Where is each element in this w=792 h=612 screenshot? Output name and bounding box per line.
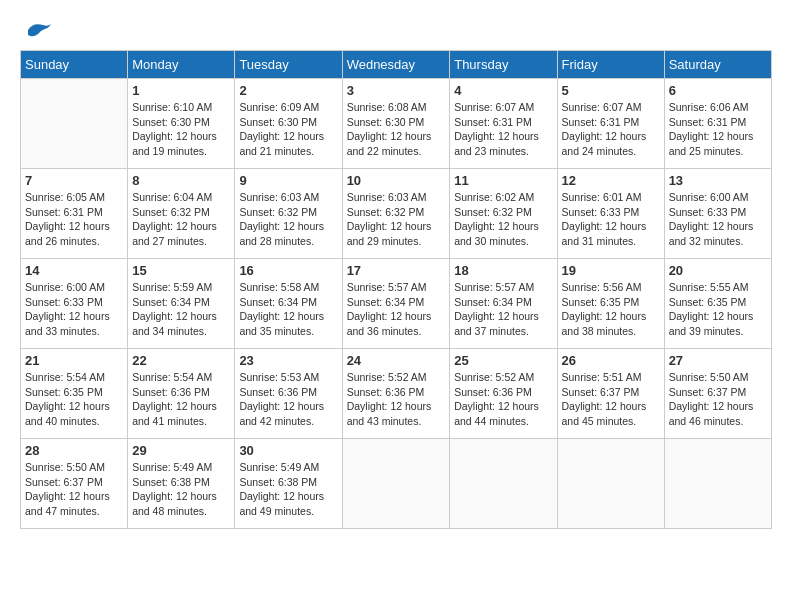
- day-info: Sunrise: 6:09 AM Sunset: 6:30 PM Dayligh…: [239, 100, 337, 159]
- calendar-cell: 16Sunrise: 5:58 AM Sunset: 6:34 PM Dayli…: [235, 259, 342, 349]
- calendar-header-saturday: Saturday: [664, 51, 771, 79]
- day-number: 4: [454, 83, 552, 98]
- calendar-week-row: 7Sunrise: 6:05 AM Sunset: 6:31 PM Daylig…: [21, 169, 772, 259]
- day-info: Sunrise: 5:51 AM Sunset: 6:37 PM Dayligh…: [562, 370, 660, 429]
- day-number: 6: [669, 83, 767, 98]
- day-number: 29: [132, 443, 230, 458]
- calendar-header-friday: Friday: [557, 51, 664, 79]
- calendar-cell: 17Sunrise: 5:57 AM Sunset: 6:34 PM Dayli…: [342, 259, 450, 349]
- logo: [20, 20, 53, 40]
- day-number: 9: [239, 173, 337, 188]
- day-info: Sunrise: 6:10 AM Sunset: 6:30 PM Dayligh…: [132, 100, 230, 159]
- day-number: 3: [347, 83, 446, 98]
- day-number: 27: [669, 353, 767, 368]
- calendar-cell: 5Sunrise: 6:07 AM Sunset: 6:31 PM Daylig…: [557, 79, 664, 169]
- calendar-cell: 13Sunrise: 6:00 AM Sunset: 6:33 PM Dayli…: [664, 169, 771, 259]
- calendar-cell: [342, 439, 450, 529]
- day-info: Sunrise: 5:49 AM Sunset: 6:38 PM Dayligh…: [239, 460, 337, 519]
- day-number: 14: [25, 263, 123, 278]
- day-info: Sunrise: 6:00 AM Sunset: 6:33 PM Dayligh…: [669, 190, 767, 249]
- calendar-table: SundayMondayTuesdayWednesdayThursdayFrid…: [20, 50, 772, 529]
- day-info: Sunrise: 5:49 AM Sunset: 6:38 PM Dayligh…: [132, 460, 230, 519]
- day-info: Sunrise: 6:03 AM Sunset: 6:32 PM Dayligh…: [239, 190, 337, 249]
- calendar-cell: 25Sunrise: 5:52 AM Sunset: 6:36 PM Dayli…: [450, 349, 557, 439]
- day-number: 7: [25, 173, 123, 188]
- calendar-week-row: 1Sunrise: 6:10 AM Sunset: 6:30 PM Daylig…: [21, 79, 772, 169]
- calendar-cell: [557, 439, 664, 529]
- calendar-cell: 19Sunrise: 5:56 AM Sunset: 6:35 PM Dayli…: [557, 259, 664, 349]
- calendar-header-thursday: Thursday: [450, 51, 557, 79]
- calendar-header-tuesday: Tuesday: [235, 51, 342, 79]
- day-number: 1: [132, 83, 230, 98]
- calendar-cell: 15Sunrise: 5:59 AM Sunset: 6:34 PM Dayli…: [128, 259, 235, 349]
- calendar-cell: 24Sunrise: 5:52 AM Sunset: 6:36 PM Dayli…: [342, 349, 450, 439]
- day-info: Sunrise: 6:07 AM Sunset: 6:31 PM Dayligh…: [562, 100, 660, 159]
- day-number: 2: [239, 83, 337, 98]
- day-number: 12: [562, 173, 660, 188]
- day-info: Sunrise: 6:07 AM Sunset: 6:31 PM Dayligh…: [454, 100, 552, 159]
- day-number: 25: [454, 353, 552, 368]
- calendar-cell: 2Sunrise: 6:09 AM Sunset: 6:30 PM Daylig…: [235, 79, 342, 169]
- day-info: Sunrise: 6:02 AM Sunset: 6:32 PM Dayligh…: [454, 190, 552, 249]
- day-info: Sunrise: 5:58 AM Sunset: 6:34 PM Dayligh…: [239, 280, 337, 339]
- day-info: Sunrise: 5:50 AM Sunset: 6:37 PM Dayligh…: [669, 370, 767, 429]
- day-info: Sunrise: 5:56 AM Sunset: 6:35 PM Dayligh…: [562, 280, 660, 339]
- calendar-cell: 26Sunrise: 5:51 AM Sunset: 6:37 PM Dayli…: [557, 349, 664, 439]
- calendar-week-row: 21Sunrise: 5:54 AM Sunset: 6:35 PM Dayli…: [21, 349, 772, 439]
- calendar-cell: 30Sunrise: 5:49 AM Sunset: 6:38 PM Dayli…: [235, 439, 342, 529]
- calendar-cell: [664, 439, 771, 529]
- day-info: Sunrise: 6:05 AM Sunset: 6:31 PM Dayligh…: [25, 190, 123, 249]
- day-info: Sunrise: 6:01 AM Sunset: 6:33 PM Dayligh…: [562, 190, 660, 249]
- calendar-week-row: 28Sunrise: 5:50 AM Sunset: 6:37 PM Dayli…: [21, 439, 772, 529]
- day-info: Sunrise: 5:59 AM Sunset: 6:34 PM Dayligh…: [132, 280, 230, 339]
- calendar-cell: 29Sunrise: 5:49 AM Sunset: 6:38 PM Dayli…: [128, 439, 235, 529]
- day-number: 18: [454, 263, 552, 278]
- calendar-cell: 20Sunrise: 5:55 AM Sunset: 6:35 PM Dayli…: [664, 259, 771, 349]
- day-info: Sunrise: 6:03 AM Sunset: 6:32 PM Dayligh…: [347, 190, 446, 249]
- day-number: 22: [132, 353, 230, 368]
- day-number: 21: [25, 353, 123, 368]
- calendar-cell: [450, 439, 557, 529]
- day-info: Sunrise: 6:04 AM Sunset: 6:32 PM Dayligh…: [132, 190, 230, 249]
- calendar-cell: 12Sunrise: 6:01 AM Sunset: 6:33 PM Dayli…: [557, 169, 664, 259]
- calendar-header-row: SundayMondayTuesdayWednesdayThursdayFrid…: [21, 51, 772, 79]
- day-info: Sunrise: 5:57 AM Sunset: 6:34 PM Dayligh…: [454, 280, 552, 339]
- calendar-cell: 22Sunrise: 5:54 AM Sunset: 6:36 PM Dayli…: [128, 349, 235, 439]
- day-number: 28: [25, 443, 123, 458]
- day-number: 8: [132, 173, 230, 188]
- calendar-cell: 9Sunrise: 6:03 AM Sunset: 6:32 PM Daylig…: [235, 169, 342, 259]
- day-number: 10: [347, 173, 446, 188]
- day-number: 16: [239, 263, 337, 278]
- calendar-cell: 11Sunrise: 6:02 AM Sunset: 6:32 PM Dayli…: [450, 169, 557, 259]
- day-info: Sunrise: 5:54 AM Sunset: 6:35 PM Dayligh…: [25, 370, 123, 429]
- day-number: 19: [562, 263, 660, 278]
- calendar-cell: 21Sunrise: 5:54 AM Sunset: 6:35 PM Dayli…: [21, 349, 128, 439]
- day-number: 26: [562, 353, 660, 368]
- day-number: 30: [239, 443, 337, 458]
- day-number: 15: [132, 263, 230, 278]
- calendar-cell: 18Sunrise: 5:57 AM Sunset: 6:34 PM Dayli…: [450, 259, 557, 349]
- calendar-cell: 4Sunrise: 6:07 AM Sunset: 6:31 PM Daylig…: [450, 79, 557, 169]
- calendar-cell: 1Sunrise: 6:10 AM Sunset: 6:30 PM Daylig…: [128, 79, 235, 169]
- day-info: Sunrise: 6:06 AM Sunset: 6:31 PM Dayligh…: [669, 100, 767, 159]
- page-header: [20, 20, 772, 40]
- day-info: Sunrise: 5:54 AM Sunset: 6:36 PM Dayligh…: [132, 370, 230, 429]
- day-info: Sunrise: 5:57 AM Sunset: 6:34 PM Dayligh…: [347, 280, 446, 339]
- day-info: Sunrise: 5:52 AM Sunset: 6:36 PM Dayligh…: [454, 370, 552, 429]
- calendar-cell: 3Sunrise: 6:08 AM Sunset: 6:30 PM Daylig…: [342, 79, 450, 169]
- calendar-cell: 10Sunrise: 6:03 AM Sunset: 6:32 PM Dayli…: [342, 169, 450, 259]
- calendar-header-sunday: Sunday: [21, 51, 128, 79]
- day-info: Sunrise: 5:52 AM Sunset: 6:36 PM Dayligh…: [347, 370, 446, 429]
- calendar-cell: [21, 79, 128, 169]
- day-info: Sunrise: 6:08 AM Sunset: 6:30 PM Dayligh…: [347, 100, 446, 159]
- day-number: 11: [454, 173, 552, 188]
- day-number: 17: [347, 263, 446, 278]
- logo-bird-icon: [23, 20, 53, 40]
- day-info: Sunrise: 5:53 AM Sunset: 6:36 PM Dayligh…: [239, 370, 337, 429]
- calendar-cell: 7Sunrise: 6:05 AM Sunset: 6:31 PM Daylig…: [21, 169, 128, 259]
- day-number: 5: [562, 83, 660, 98]
- calendar-header-monday: Monday: [128, 51, 235, 79]
- day-info: Sunrise: 6:00 AM Sunset: 6:33 PM Dayligh…: [25, 280, 123, 339]
- calendar-cell: 8Sunrise: 6:04 AM Sunset: 6:32 PM Daylig…: [128, 169, 235, 259]
- day-number: 24: [347, 353, 446, 368]
